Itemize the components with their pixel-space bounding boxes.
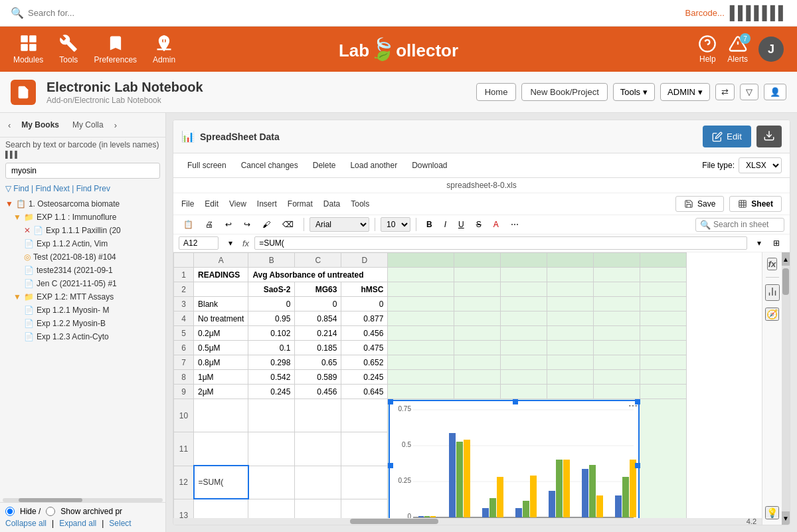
col-header-g[interactable]	[501, 253, 547, 268]
cell-j4[interactable]	[640, 311, 687, 326]
cell-c10[interactable]	[295, 399, 341, 432]
col-header-i[interactable]	[594, 253, 640, 268]
cell-e2[interactable]	[388, 282, 454, 297]
cell-a11[interactable]	[194, 432, 248, 466]
cell-h9[interactable]	[547, 385, 594, 399]
cell-c9[interactable]: 0.456	[295, 385, 341, 399]
cell-h1[interactable]	[547, 268, 594, 282]
sheet-button[interactable]: Sheet	[729, 196, 782, 212]
cell-c8[interactable]: 0.589	[295, 370, 341, 385]
fx-btn[interactable]: fx	[767, 258, 778, 270]
cell-a6[interactable]: 0.5μM	[194, 341, 248, 355]
tools-dropdown[interactable]: Tools ▾	[613, 83, 655, 101]
cell-b6[interactable]: 0.1	[248, 341, 295, 355]
new-book-button[interactable]: New Book/Project	[521, 83, 607, 101]
cell-j8[interactable]	[640, 370, 687, 385]
cell-d6[interactable]: 0.475	[341, 341, 388, 355]
cell-e4[interactable]	[388, 311, 454, 326]
cell-b9[interactable]: 0.245	[248, 385, 295, 399]
clear-btn[interactable]: ⌫	[278, 218, 298, 231]
cell-f6[interactable]	[454, 341, 501, 355]
barcode-label[interactable]: Barcode...	[685, 8, 725, 18]
cell-d9[interactable]: 0.645	[341, 385, 388, 399]
cell-reference-input[interactable]	[179, 236, 219, 250]
cell-g9[interactable]	[501, 385, 547, 399]
cell-a7[interactable]: 0.8μM	[194, 355, 248, 370]
cell-b1[interactable]: Avg Absorbance of untreated	[248, 268, 388, 282]
find-next-link[interactable]: Find Next	[35, 184, 69, 193]
save-button[interactable]: Save	[675, 196, 724, 212]
menu-edit[interactable]: Edit	[205, 199, 219, 209]
undo-btn[interactable]: ↩	[221, 218, 236, 231]
cell-c2[interactable]: MG63	[295, 282, 341, 297]
cell-b2[interactable]: SaoS-2	[248, 282, 295, 297]
paint-btn[interactable]: 🖌	[258, 218, 275, 231]
cell-b7[interactable]: 0.298	[248, 355, 295, 370]
redo-btn[interactable]: ↪	[239, 218, 255, 231]
user-avatar[interactable]: J	[758, 37, 784, 62]
global-search-input[interactable]	[28, 8, 161, 18]
nav-help[interactable]: Help	[698, 35, 717, 64]
cell-e9[interactable]	[388, 385, 454, 399]
cell-d12[interactable]	[341, 466, 388, 499]
download-icon-button[interactable]	[756, 126, 782, 147]
cell-j1[interactable]	[640, 268, 687, 282]
menu-view[interactable]: View	[229, 199, 246, 209]
col-header-a[interactable]: A	[194, 253, 248, 268]
col-header-b[interactable]: B	[248, 253, 295, 268]
nav-tools[interactable]: Tools	[59, 34, 78, 64]
cell-c12[interactable]	[295, 466, 341, 499]
cell-g8[interactable]	[501, 370, 547, 385]
cell-j6[interactable]	[640, 341, 687, 355]
cell-i1[interactable]	[594, 268, 640, 282]
scroll-up-btn[interactable]: ▲	[782, 252, 790, 266]
ss-grid-container[interactable]: A B C D	[173, 252, 762, 525]
cell-j5[interactable]	[640, 326, 687, 341]
cell-g5[interactable]	[501, 326, 547, 341]
load-another-btn[interactable]: Load another	[344, 158, 403, 173]
cell-i8[interactable]	[594, 370, 640, 385]
cell-ref-dropdown[interactable]: ▾	[224, 236, 237, 250]
cell-b10[interactable]	[248, 399, 295, 432]
cell-a10[interactable]	[194, 399, 248, 432]
tree-item-4[interactable]: ◎ Test (2021-08-18) #104	[0, 250, 165, 264]
font-select[interactable]: Arial	[310, 217, 369, 232]
cell-i5[interactable]	[594, 326, 640, 341]
formula-input[interactable]	[254, 236, 747, 250]
menu-tools[interactable]: Tools	[351, 199, 369, 209]
tree-item-3[interactable]: 📄 Exp 1.1.2 Actin, Vim	[0, 237, 165, 250]
cell-g6[interactable]	[501, 341, 547, 355]
cell-j3[interactable]	[640, 297, 687, 311]
bold-btn[interactable]: B	[422, 218, 437, 231]
admin-dropdown[interactable]: ADMIN ▾	[660, 83, 710, 101]
font-color-btn[interactable]: A	[489, 218, 503, 231]
download-btn[interactable]: Download	[406, 158, 453, 173]
tree-item-6[interactable]: 📄 Jen C (2021-11-05) #1	[0, 277, 165, 290]
nav-admin[interactable]: Admin	[153, 34, 175, 64]
expand-all-link[interactable]: Expand all	[59, 519, 96, 528]
col-header-e[interactable]	[388, 253, 454, 268]
cell-b4[interactable]: 0.95	[248, 311, 295, 326]
scroll-thumb[interactable]	[782, 268, 789, 295]
h-scrollbar[interactable]: 4.2	[173, 518, 762, 525]
home-button[interactable]: Home	[476, 83, 517, 101]
cell-a3[interactable]: Blank	[194, 297, 248, 311]
select-link[interactable]: Select	[109, 519, 131, 528]
cell-d8[interactable]: 0.245	[341, 370, 388, 385]
cell-i2[interactable]	[594, 282, 640, 297]
my-collab-tab[interactable]: My Colla	[67, 118, 109, 132]
menu-file[interactable]: File	[181, 199, 194, 209]
cell-a2[interactable]	[194, 282, 248, 297]
print-btn[interactable]: 🖨	[201, 218, 218, 231]
italic-btn[interactable]: I	[440, 218, 451, 231]
col-header-c[interactable]: C	[295, 253, 341, 268]
cell-d4[interactable]: 0.877	[341, 311, 388, 326]
filter-button[interactable]: ▽	[740, 84, 758, 100]
tree-item-7[interactable]: ▼ 📁 EXP 1.2: MTT Assays	[0, 290, 165, 304]
tree-item-5[interactable]: 📄 teste2314 (2021-09-1	[0, 264, 165, 277]
menu-insert[interactable]: Insert	[257, 199, 277, 209]
tree-item-9[interactable]: 📄 Exp 1.2.2 Myosin-B	[0, 317, 165, 330]
cell-b12[interactable]	[248, 466, 295, 499]
search-in-sheet-input[interactable]	[713, 220, 780, 229]
cell-d11[interactable]	[341, 432, 388, 466]
